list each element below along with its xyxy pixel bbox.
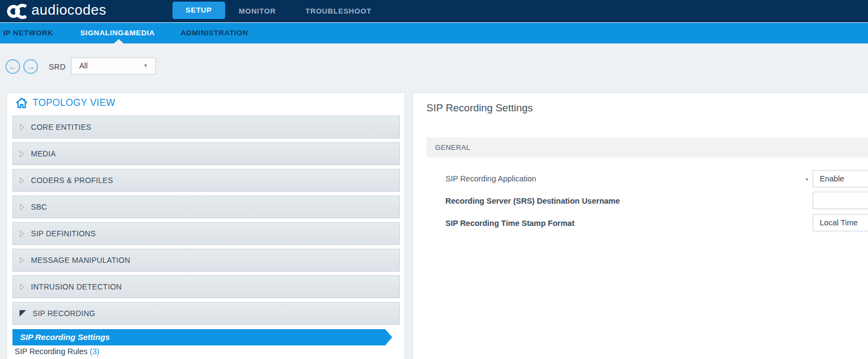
sidebar-item-label: MESSAGE MANIPULATION xyxy=(31,256,130,264)
settings-panel: SIP Recording Settings GENERAL SIP Recor… xyxy=(412,92,868,359)
chevron-right-icon xyxy=(20,230,24,237)
topology-view-title: TOPOLOGY VIEW xyxy=(33,97,115,109)
sidebar-item-core-entities[interactable]: CORE ENTITIES xyxy=(12,116,400,138)
tab-troubleshoot[interactable]: TROUBLESHOOT xyxy=(305,0,372,22)
sidebar-item-coders-profiles[interactable]: CODERS & PROFILES xyxy=(12,169,400,192)
chevron-right-icon xyxy=(20,124,24,131)
home-icon xyxy=(16,97,28,109)
sidebar-item-message-manipulation[interactable]: MESSAGE MANIPULATION xyxy=(12,249,400,272)
audiocodes-logo: audiocodes xyxy=(7,3,106,20)
srd-dropdown[interactable]: All ▼ xyxy=(71,58,156,74)
chevron-right-icon xyxy=(20,177,24,184)
section-header-label: GENERAL xyxy=(426,137,868,158)
srd-label: SRD xyxy=(49,62,66,71)
sidebar-item-sip-definitions[interactable]: SIP DEFINITIONS xyxy=(12,222,400,245)
rules-label: SIP Recording Rules xyxy=(15,347,87,356)
srs-destination-username-input[interactable] xyxy=(813,192,868,209)
sip-recording-application-select[interactable]: Enable xyxy=(813,170,868,187)
section-header-general: GENERAL xyxy=(426,137,868,158)
back-arrow-icon: ← xyxy=(9,62,17,71)
chevron-right-icon xyxy=(20,257,24,264)
sidebar-item-label: SBC xyxy=(31,203,47,211)
tab-administration[interactable]: ADMINISTRATION xyxy=(181,23,248,43)
field-label-sip-recording-application: SIP Recording Application xyxy=(445,174,536,183)
chevron-right-icon xyxy=(20,204,24,211)
topology-view-header[interactable]: TOPOLOGY VIEW xyxy=(16,97,115,109)
page-title: SIP Recording Settings xyxy=(426,102,533,114)
triangle-expanded-icon xyxy=(20,310,26,317)
tab-ip-network[interactable]: IP NETWORK xyxy=(3,23,53,43)
audiocodes-logo-icon xyxy=(7,3,29,20)
selected-item-label: SIP Recording Settings xyxy=(12,329,392,345)
sidebar-item-label: INTRUSION DETECTION xyxy=(31,282,122,291)
back-button[interactable]: ← xyxy=(5,59,20,74)
time-stamp-format-value: Local Time xyxy=(820,218,858,227)
topology-panel: TOPOLOGY VIEW CORE ENTITIES MEDIA CODERS… xyxy=(7,92,405,359)
sidebar-item-label: CORE ENTITIES xyxy=(31,123,91,131)
modified-bullet-icon: • xyxy=(806,175,808,184)
chevron-right-icon xyxy=(20,150,24,158)
field-label-srs-destination-username: Recording Server (SRS) Destination Usern… xyxy=(445,197,620,205)
rules-count-badge: (3) xyxy=(90,347,99,356)
logo-text: audiocodes xyxy=(31,2,106,18)
sidebar-item-sip-recording-rules[interactable]: SIP Recording Rules(3) xyxy=(15,347,99,356)
chevron-down-icon: ▼ xyxy=(143,58,148,74)
time-stamp-format-select[interactable]: Local Time xyxy=(813,214,868,231)
sidebar-item-label: CODERS & PROFILES xyxy=(31,176,113,185)
sidebar-item-label: SIP RECORDING xyxy=(33,309,95,318)
sip-recording-application-value: Enable xyxy=(820,174,844,183)
sidebar-item-label: SIP DEFINITIONS xyxy=(31,229,95,238)
sidebar-item-sip-recording-settings[interactable]: SIP Recording Settings xyxy=(12,329,392,345)
sidebar-item-sip-recording[interactable]: SIP RECORDING xyxy=(12,302,400,325)
sidebar-item-intrusion-detection[interactable]: INTRUSION DETECTION xyxy=(12,275,400,298)
active-tab-pointer xyxy=(114,39,124,43)
sidebar-item-sbc[interactable]: SBC xyxy=(12,196,400,218)
sidebar-item-media[interactable]: MEDIA xyxy=(12,142,400,165)
tab-monitor[interactable]: MONITOR xyxy=(239,0,276,22)
forward-arrow-icon: → xyxy=(27,62,35,71)
srd-dropdown-value: All xyxy=(79,61,88,70)
top-navigation-bar: audiocodes SETUP MONITOR TROUBLESHOOT xyxy=(0,0,868,22)
field-label-time-stamp-format: SIP Recording Time Stamp Format xyxy=(445,219,575,228)
chevron-right-icon xyxy=(20,284,24,291)
forward-button[interactable]: → xyxy=(23,59,38,74)
sub-navigation-bar: IP NETWORK SIGNALING&MEDIA ADMINISTRATIO… xyxy=(0,23,868,43)
tab-setup[interactable]: SETUP xyxy=(173,2,225,19)
sidebar-item-label: MEDIA xyxy=(31,149,56,158)
